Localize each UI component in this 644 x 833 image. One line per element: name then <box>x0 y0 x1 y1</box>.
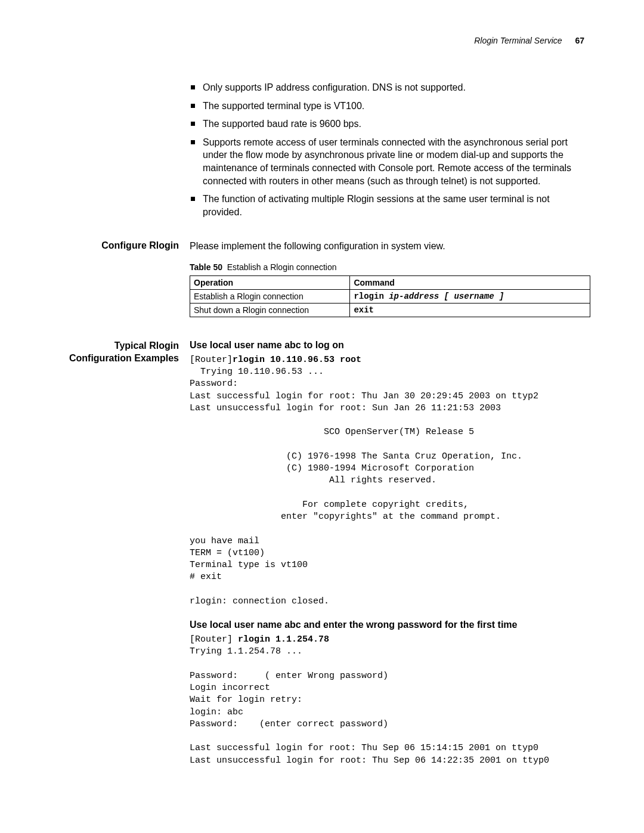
example1-title: Use local user name abc to log on <box>190 340 590 351</box>
op-cell: Establish a Rlogin connection <box>190 289 350 303</box>
command-text: rlogin 1.1.254.78 <box>238 634 329 645</box>
table-number: Table 50 <box>190 262 222 272</box>
table-row: Establish a Rlogin connection rlogin ip-… <box>190 289 590 303</box>
cmd-cell: exit <box>350 303 590 317</box>
command-text: rlogin 10.110.96.53 root <box>233 355 361 365</box>
example2-code: [Router] rlogin 1.1.254.78 Trying 1.1.25… <box>190 634 590 767</box>
terminal-output: Trying 1.1.254.78 ... Password: ( enter … <box>190 646 549 765</box>
list-item: Only supports IP address configuration. … <box>190 81 590 94</box>
header-title: Rlogin Terminal Service <box>474 36 562 45</box>
configure-rlogin-label: Configure Rlogin <box>60 240 190 252</box>
cmd-cell: rlogin ip-address [ username ] <box>350 289 590 303</box>
op-cell: Shut down a Rlogin connection <box>190 303 350 317</box>
cmd-args: ip-address [ username ] <box>389 292 504 301</box>
col-command: Command <box>350 275 590 289</box>
page: Rlogin Terminal Service 67 Only supports… <box>0 0 644 803</box>
list-item: The supported terminal type is VT100. <box>190 100 590 113</box>
list-item: The function of activating multiple Rlog… <box>190 193 590 218</box>
page-number: 67 <box>575 36 584 45</box>
table-header-row: Operation Command <box>190 275 590 289</box>
prompt: [Router] <box>190 634 238 645</box>
list-item: Supports remote access of user terminals… <box>190 136 590 187</box>
list-item: The supported baud rate is 9600 bps. <box>190 117 590 131</box>
running-header: Rlogin Terminal Service 67 <box>60 36 590 45</box>
example1-code: [Router]rlogin 10.110.96.53 root Trying … <box>190 354 590 608</box>
example2-title: Use local user name abc and enter the wr… <box>190 620 590 630</box>
configure-intro: Please implement the following configura… <box>190 240 590 253</box>
prompt: [Router] <box>190 355 233 365</box>
cmd-keyword: exit <box>354 305 374 315</box>
command-table: Operation Command Establish a Rlogin con… <box>190 275 590 317</box>
feature-bullet-list: Only supports IP address configuration. … <box>190 81 590 218</box>
terminal-output: Trying 10.110.96.53 ... Password: Last s… <box>190 367 538 606</box>
examples-label: Typical Rlogin Configuration Examples <box>60 340 190 365</box>
table-row: Shut down a Rlogin connection exit <box>190 303 590 317</box>
cmd-keyword: rlogin <box>354 292 389 301</box>
table-title: Establish a Rlogin connection <box>227 262 337 272</box>
table-caption: Table 50 Establish a Rlogin connection <box>190 262 590 272</box>
col-operation: Operation <box>190 275 350 289</box>
